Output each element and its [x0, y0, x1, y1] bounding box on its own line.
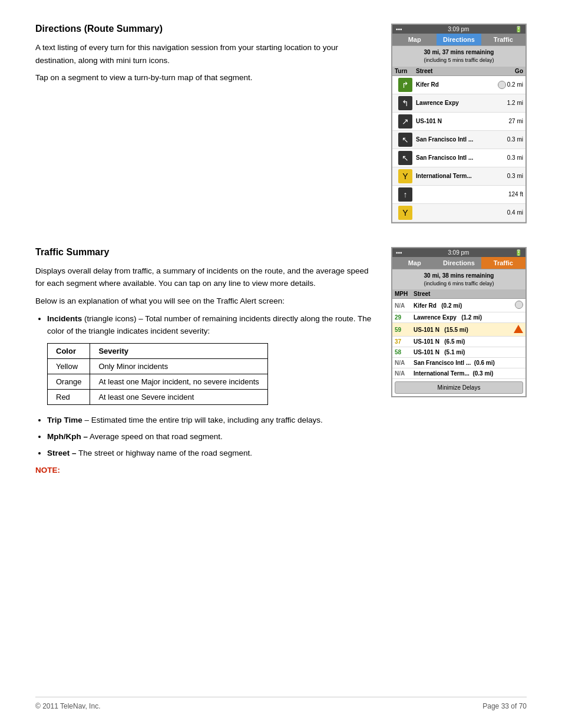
section-directions-text: Directions (Route Summary) A text listin…: [35, 24, 373, 223]
dir-turn-8: Y: [395, 206, 416, 220]
phone-time-2: 3:09 pm: [448, 249, 469, 256]
col-street-header-traffic: Street: [414, 291, 523, 297]
page-footer: © 2011 TeleNav, Inc. Page 33 of 70: [35, 697, 527, 710]
bullet-mph-label: Mph/Kph –: [47, 432, 88, 441]
color-severity-table: Color Severity Yellow Only Minor inciden…: [47, 343, 268, 405]
turn-icon-dest2: Y: [398, 206, 412, 220]
table-row-red: Red At least one Severe incident: [48, 389, 268, 404]
section-directions-title: Directions (Route Summary): [35, 24, 373, 34]
traffic-row-7[interactable]: N/A International Term... (0.3 mi): [392, 368, 525, 379]
phone-battery-2: 🔋: [515, 249, 522, 256]
dir-row-6[interactable]: Y International Term... 0.3 mi: [392, 167, 525, 186]
col-mph-header: MPH: [395, 291, 414, 297]
table-cell-red-severity: At least one Severe incident: [90, 389, 267, 404]
traffic-mph-2: 29: [395, 314, 414, 321]
table-cell-red: Red: [48, 389, 90, 404]
phone-tab-traffic-1[interactable]: Traffic: [481, 34, 525, 45]
dir-turn-3: ↗: [395, 114, 416, 129]
phone-tabs-1: Map Directions Traffic: [392, 34, 525, 46]
traffic-street-5: US-101 N (5.1 mi): [414, 349, 511, 355]
traffic-mph-5: 58: [395, 349, 414, 355]
summary-line1-2: 30 mi, 38 mins remaining: [395, 272, 523, 280]
bullet-trip-time-text: – Estimated time the entire trip will ta…: [85, 416, 323, 424]
bullet-street: Street – The street or highway name of t…: [47, 447, 373, 459]
dir-street-1: Kifer Rd: [416, 81, 497, 88]
route-summary-2: 30 mi, 38 mins remaining (including 6 mi…: [392, 269, 525, 290]
dir-street-5: San Francisco Intl ...: [416, 154, 497, 161]
traffic-mph-3: 59: [395, 327, 414, 333]
traffic-icon-1: [511, 301, 523, 310]
dir-go-2: 1.2 mi: [497, 100, 523, 106]
turn-icon-slight-left: ↖: [398, 133, 412, 147]
table-cell-orange-severity: At least one Major incident, no severe i…: [90, 374, 267, 389]
dir-row-2[interactable]: ↰ Lawrence Expy 1.2 mi: [392, 94, 525, 113]
summary-line2-1: (including 5 mins traffic delay): [395, 57, 523, 64]
traffic-bullet-list2: Trip Time – Estimated time the entire tr…: [47, 414, 373, 460]
phone-tab-map-1[interactable]: Map: [392, 34, 437, 45]
dir-street-3: US-101 N: [416, 118, 497, 124]
phone-tab-directions-2[interactable]: Directions: [437, 257, 481, 269]
traffic-row-3[interactable]: 59 US-101 N (15.5 mi): [392, 323, 525, 337]
turn-icon-dest1: Y: [398, 169, 412, 183]
dir-turn-7: ↑: [395, 187, 416, 202]
traffic-mph-4: 37: [395, 338, 414, 345]
dir-street-2: Lawrence Expy: [416, 100, 497, 106]
traffic-row-2[interactable]: 29 Lawrence Expy (1.2 mi): [392, 312, 525, 323]
section-traffic-text: Traffic Summary Displays overall delay f…: [35, 247, 373, 475]
traffic-street-6: San Francisco Intl ... (0.6 mi): [414, 360, 511, 366]
bullet-street-text: The street or highway name of the road s…: [78, 449, 252, 457]
traffic-street-4: US-101 N (6.5 mi): [414, 338, 511, 345]
phone-time-1: 3:09 pm: [448, 26, 469, 32]
section-traffic-body1: Displays overall delay from traffic, a s…: [35, 265, 373, 290]
col-go-header: Go: [497, 68, 523, 74]
traffic-mph-1: N/A: [395, 302, 414, 309]
traffic-row-5[interactable]: 58 US-101 N (5.1 mi): [392, 347, 525, 358]
dir-go-8: 0.4 mi: [497, 209, 523, 216]
traffic-street-1: Kifer Rd (0.2 mi): [414, 302, 511, 309]
bullet-incidents: Incidents (triangle icons) – Total numbe…: [47, 313, 373, 337]
phone-header-1: ▪▪▪ 3:09 pm 🔋: [392, 25, 525, 34]
section-traffic-title: Traffic Summary: [35, 247, 373, 258]
section-traffic-screenshot: ▪▪▪ 3:09 pm 🔋 Map Directions Traffic 30 …: [391, 247, 527, 475]
traffic-bullet-list: Incidents (triangle icons) – Total numbe…: [47, 313, 373, 337]
traffic-row-6[interactable]: N/A San Francisco Intl ... (0.6 mi): [392, 358, 525, 368]
turn-icon-slight-right: ↗: [398, 114, 412, 129]
traffic-row-1[interactable]: N/A Kifer Rd (0.2 mi): [392, 299, 525, 312]
phone-tab-traffic-2[interactable]: Traffic: [481, 257, 525, 269]
dir-turn-5: ↖: [395, 151, 416, 165]
col-turn-header: Turn: [395, 68, 416, 74]
traffic-icon-3: [511, 325, 523, 334]
minimize-delays-button[interactable]: Minimize Delays: [395, 381, 523, 394]
summary-line2-2: (including 6 mins traffic delay): [395, 280, 523, 288]
dir-street-6: International Term...: [416, 173, 497, 179]
table-cell-yellow-severity: Only Minor incidents: [90, 358, 267, 374]
route-summary-1: 30 mi, 37 mins remaining (including 5 mi…: [392, 46, 525, 67]
section-directions-body1: A text listing of every turn for this na…: [35, 41, 373, 67]
bullet-trip-time: Trip Time – Estimated time the entire tr…: [47, 414, 373, 426]
dir-row-8[interactable]: Y 0.4 mi: [392, 204, 525, 222]
dir-turn-2: ↰: [395, 96, 416, 110]
traffic-mph-6: N/A: [395, 360, 414, 366]
note-label: NOTE:: [35, 466, 373, 475]
page-number: Page 33 of 70: [482, 702, 527, 710]
bullet-incidents-label: Incidents: [47, 314, 82, 323]
dir-go-5: 0.3 mi: [497, 154, 523, 161]
col-street-header: Street: [416, 68, 497, 74]
section-traffic: Traffic Summary Displays overall delay f…: [35, 247, 527, 475]
dir-table-header: Turn Street Go: [392, 67, 525, 76]
speed-icon-1: [498, 81, 506, 89]
phone-tab-map-2[interactable]: Map: [392, 257, 437, 269]
dir-turn-4: ↖: [395, 133, 416, 147]
traffic-row-4[interactable]: 37 US-101 N (6.5 mi): [392, 337, 525, 347]
triangle-incident-icon: [514, 325, 523, 333]
dir-row-4[interactable]: ↖ San Francisco Intl ... 0.3 mi: [392, 131, 525, 149]
dir-row-3[interactable]: ↗ US-101 N 27 mi: [392, 113, 525, 131]
dir-row-7[interactable]: ↑ 124 ft: [392, 186, 525, 204]
bullet-mph-text: Average speed on that road segment.: [90, 432, 223, 441]
phone-tabs-2: Map Directions Traffic: [392, 257, 525, 269]
dir-row-5[interactable]: ↖ San Francisco Intl ... 0.3 mi: [392, 149, 525, 167]
traffic-street-3: US-101 N (15.5 mi): [414, 327, 511, 333]
speed-icon-traffic-1: [515, 301, 523, 309]
phone-tab-directions-1[interactable]: Directions: [437, 34, 481, 45]
dir-row-1[interactable]: ↱ Kifer Rd 0.2 mi: [392, 76, 525, 94]
